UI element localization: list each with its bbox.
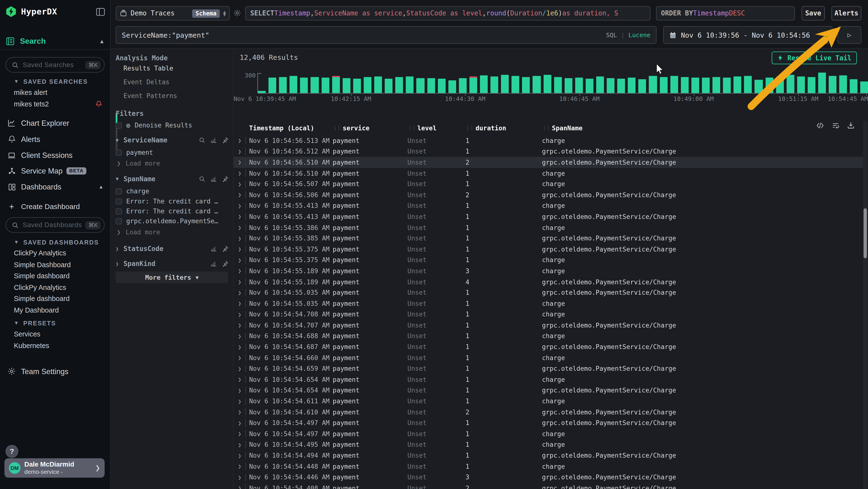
table-row[interactable]: ❯Nov 6 10:54:54.659 AMpaymentUnset1grpc.… bbox=[234, 363, 865, 374]
expand-row-icon[interactable]: ❯ bbox=[238, 430, 246, 437]
expand-row-icon[interactable]: ❯ bbox=[238, 289, 246, 296]
table-row[interactable]: ❯Nov 6 10:54:54.497 AMpaymentUnset1charg… bbox=[234, 428, 865, 439]
table-row[interactable]: ❯Nov 6 10:54:55.413 AMpaymentUnset1grpc.… bbox=[234, 211, 865, 222]
source-settings-gear-icon[interactable] bbox=[233, 9, 241, 17]
table-row[interactable]: ❯Nov 6 10:54:54.707 AMpaymentUnset1grpc.… bbox=[234, 320, 865, 331]
histogram-bar[interactable] bbox=[861, 82, 868, 93]
drag-handle-icon[interactable]: ⋮⋮ bbox=[333, 125, 340, 131]
expand-row-icon[interactable]: ❯ bbox=[238, 213, 246, 220]
expand-row-icon[interactable]: ❯ bbox=[238, 235, 246, 242]
expand-row-icon[interactable]: ❯ bbox=[238, 354, 246, 361]
expand-row-icon[interactable]: ❯ bbox=[238, 376, 246, 383]
tab-results-table[interactable]: Results Table bbox=[123, 64, 173, 72]
saved-dashboard-item[interactable]: Simple dashboard bbox=[0, 270, 110, 282]
column-header-level[interactable]: ⋮⋮level bbox=[407, 124, 466, 132]
table-row[interactable]: ❯Nov 6 10:54:54.611 AMpaymentUnset1charg… bbox=[234, 396, 865, 407]
results-histogram[interactable]: 300 Nov 6 10:39:45 AM10:42:15 AM10:44:30… bbox=[234, 69, 868, 95]
pin-icon[interactable] bbox=[222, 137, 229, 144]
histogram-bar[interactable] bbox=[289, 76, 297, 93]
expand-row-icon[interactable]: ❯ bbox=[238, 192, 246, 199]
table-row[interactable]: ❯Nov 6 10:54:54.654 AMpaymentUnset1charg… bbox=[234, 374, 865, 385]
histogram-bar[interactable] bbox=[332, 77, 340, 93]
histogram-bar[interactable] bbox=[374, 77, 382, 93]
filter-value-row[interactable]: Error: The credit card … bbox=[116, 207, 228, 215]
table-row[interactable]: ❯Nov 6 10:54:55.375 AMpaymentUnset1charg… bbox=[234, 255, 865, 265]
column-header-duration[interactable]: ⋮⋮duration bbox=[466, 124, 542, 132]
expand-row-icon[interactable]: ❯ bbox=[238, 408, 246, 415]
expand-row-icon[interactable]: ❯ bbox=[238, 257, 246, 264]
table-row[interactable]: ❯Nov 6 10:54:54.688 AMpaymentUnset1charg… bbox=[234, 331, 865, 342]
denoise-results-row[interactable]: ◍ Denoise Results bbox=[116, 121, 228, 129]
table-row[interactable]: ❯Nov 6 10:54:54.687 AMpaymentUnset1grpc.… bbox=[234, 342, 865, 352]
histogram-bar[interactable] bbox=[786, 75, 794, 93]
histogram-bar[interactable] bbox=[681, 77, 688, 93]
presets-section[interactable]: ▼ PRESETS bbox=[14, 320, 56, 326]
table-row[interactable]: ❯Nov 6 10:54:54.408 AMpaymentUnset2grpc.… bbox=[234, 483, 865, 489]
histogram-bar[interactable] bbox=[807, 77, 815, 93]
search-query-input[interactable]: ServiceName:"payment" SQL | Lucene bbox=[116, 26, 656, 44]
filter-group-statuscode[interactable]: ❯StatusCode bbox=[116, 245, 228, 253]
histogram-bar[interactable] bbox=[469, 77, 477, 93]
filter-value-checkbox[interactable] bbox=[116, 208, 122, 214]
expand-row-icon[interactable]: ❯ bbox=[238, 137, 246, 144]
table-row[interactable]: ❯Nov 6 10:54:56.512 AMpaymentUnset1grpc.… bbox=[234, 146, 865, 157]
drag-handle-icon[interactable]: ⋮⋮ bbox=[542, 125, 550, 131]
filter-value-checkbox[interactable] bbox=[116, 198, 122, 204]
histogram-bar[interactable] bbox=[501, 75, 509, 93]
histogram-bar[interactable] bbox=[269, 77, 276, 93]
saved-dashboard-item[interactable]: My Dashboard bbox=[0, 305, 110, 316]
user-menu[interactable]: DM Dale McDiarmid demo-service - ❯ bbox=[4, 458, 105, 478]
histogram-bar[interactable] bbox=[691, 78, 699, 93]
alerts-button[interactable]: Alerts bbox=[831, 6, 861, 21]
saved-dashboard-item[interactable]: ClickPy Analytics bbox=[0, 248, 110, 259]
resume-live-tail-button[interactable]: Resume Live Tail bbox=[772, 52, 857, 64]
scrollbar-track[interactable] bbox=[863, 121, 867, 489]
histogram-bar[interactable] bbox=[321, 78, 329, 93]
drag-handle-icon[interactable]: ⋮⋮ bbox=[466, 125, 473, 131]
saved-dashboards-input[interactable]: Saved Dashboards ⌘K bbox=[5, 217, 105, 233]
filter-value-checkbox[interactable] bbox=[116, 218, 122, 224]
tab-event-patterns[interactable]: Event Patterns bbox=[123, 92, 177, 100]
filter-value-row[interactable]: charge bbox=[116, 187, 228, 195]
filter-value-row[interactable]: Error: The credit card … bbox=[116, 197, 228, 205]
table-row[interactable]: ❯Nov 6 10:54:55.189 AMpaymentUnset3charg… bbox=[234, 265, 865, 276]
histogram-bar[interactable] bbox=[765, 78, 773, 93]
histogram-bar[interactable] bbox=[554, 77, 562, 93]
saved-searches-input[interactable]: Saved Searches ⌘K bbox=[5, 57, 105, 73]
histogram-bar[interactable] bbox=[639, 79, 646, 93]
saved-searches-section[interactable]: ▼ SAVED SEARCHES bbox=[14, 78, 88, 85]
sidebar-item-chart-explorer[interactable]: Chart Explorer bbox=[0, 116, 110, 130]
pin-icon[interactable] bbox=[222, 246, 229, 252]
table-row[interactable]: ❯Nov 6 10:54:56.506 AMpaymentUnset2grpc.… bbox=[234, 190, 865, 200]
table-row[interactable]: ❯Nov 6 10:54:54.660 AMpaymentUnset1charg… bbox=[234, 352, 865, 363]
histogram-bar[interactable] bbox=[416, 78, 424, 93]
histogram-bar[interactable] bbox=[343, 78, 350, 93]
histogram-bar[interactable] bbox=[522, 77, 530, 93]
histogram-bar[interactable] bbox=[533, 76, 540, 93]
select-sql-input[interactable]: SELECT Timestamp, ServiceName as service… bbox=[245, 6, 651, 21]
histogram-bar[interactable] bbox=[723, 78, 731, 93]
histogram-bar[interactable] bbox=[459, 78, 467, 93]
sidebar-item-dashboards[interactable]: Dashboards▲ bbox=[0, 180, 110, 193]
chart-icon[interactable] bbox=[210, 260, 217, 267]
language-lucene-option[interactable]: Lucene bbox=[628, 31, 650, 39]
saved-dashboard-item[interactable]: ClickPy Analytics bbox=[0, 282, 110, 293]
saved-dashboard-item[interactable]: Simple dashboard bbox=[0, 293, 110, 305]
expand-row-icon[interactable]: ❯ bbox=[238, 246, 246, 253]
expand-row-icon[interactable]: ❯ bbox=[238, 300, 246, 307]
histogram-bar[interactable] bbox=[797, 77, 805, 93]
preset-item[interactable]: Services bbox=[0, 328, 110, 340]
language-sql-option[interactable]: SQL bbox=[606, 31, 617, 39]
table-row[interactable]: ❯Nov 6 10:54:54.610 AMpaymentUnset2grpc.… bbox=[234, 407, 865, 418]
histogram-bar[interactable] bbox=[480, 75, 488, 93]
table-row[interactable]: ❯Nov 6 10:54:54.448 AMpaymentUnset1charg… bbox=[234, 461, 865, 472]
table-row[interactable]: ❯Nov 6 10:54:54.654 AMpaymentUnset1grpc.… bbox=[234, 385, 865, 396]
scrollbar-thumb[interactable] bbox=[863, 208, 867, 258]
histogram-bar[interactable] bbox=[628, 78, 636, 93]
histogram-bar[interactable] bbox=[744, 76, 752, 93]
expand-row-icon[interactable]: ❯ bbox=[238, 452, 246, 459]
filter-value-checkbox[interactable] bbox=[116, 188, 122, 194]
column-header-timestamp-local-[interactable]: Timestamp (Local) bbox=[249, 124, 333, 132]
expand-row-icon[interactable]: ❯ bbox=[238, 170, 246, 177]
expand-row-icon[interactable]: ❯ bbox=[238, 202, 246, 209]
